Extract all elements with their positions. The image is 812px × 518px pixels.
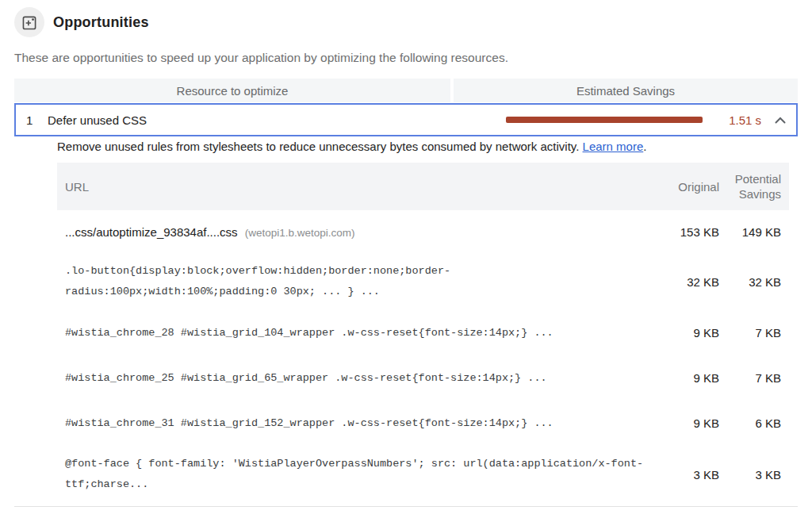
resource-snippet: @font-face { font-family: 'WistiaPlayerO… [57, 454, 656, 495]
table-header-row: Resource to optimize Estimated Savings [14, 79, 798, 102]
column-header-resource: Resource to optimize [14, 79, 450, 102]
resource-host: (wetopi1.b.wetopi.com) [245, 227, 355, 239]
original-size: 9 KB [656, 326, 719, 340]
audit-title: Defer unused CSS [48, 113, 147, 127]
section-title: Opportunities [53, 14, 149, 31]
column-header-savings: Estimated Savings [454, 79, 798, 102]
detail-header-row: URL Original Potential Savings [57, 163, 789, 210]
original-size: 3 KB [656, 468, 719, 482]
savings-value: 1.51 s [712, 113, 761, 127]
savings-bar [506, 117, 703, 123]
opportunities-section: Opportunities These are opportunities to… [0, 0, 812, 507]
resource-snippet: #wistia_chrome_31 #wistia_grid_152_wrapp… [57, 413, 656, 434]
potential-savings: 7 KB [719, 326, 789, 340]
column-header-url: URL [57, 180, 656, 194]
opportunities-table: Resource to optimize Estimated Savings 1… [14, 79, 798, 503]
table-row: .lo-button{display:block;overflow:hidden… [57, 253, 789, 310]
column-header-original: Original [656, 180, 719, 194]
original-size: 9 KB [656, 416, 719, 430]
potential-savings: 32 KB [719, 275, 789, 289]
potential-savings: 149 KB [719, 225, 789, 239]
original-size: 9 KB [656, 371, 719, 385]
table-row: #wistia_chrome_31 #wistia_grid_152_wrapp… [57, 401, 789, 446]
original-size: 32 KB [656, 275, 719, 289]
audit-row-defer-unused-css[interactable]: 1 Defer unused CSS 1.51 s [14, 103, 798, 136]
table-row: #wistia_chrome_25 #wistia_grid_65_wrappe… [57, 355, 789, 401]
section-divider [14, 506, 798, 507]
column-header-potential-savings: Potential Savings [719, 171, 789, 201]
opportunities-icon [14, 7, 44, 37]
table-row: @font-face { font-family: 'WistiaPlayerO… [57, 446, 789, 503]
chevron-up-icon [775, 117, 786, 124]
section-description: These are opportunities to speed up your… [14, 51, 798, 65]
audit-detail: Remove unused rules from stylesheets to … [57, 140, 789, 503]
audit-description-text: Remove unused rules from stylesheets to … [57, 140, 579, 153]
resource-url: ...css/autoptimize_93834af....css [65, 225, 238, 239]
detail-table: URL Original Potential Savings ...css/au… [57, 163, 789, 503]
resource-snippet: #wistia_chrome_28 #wistia_grid_104_wrapp… [57, 323, 656, 343]
potential-savings: 7 KB [719, 371, 789, 385]
potential-savings: 6 KB [719, 416, 789, 430]
original-size: 153 KB [656, 225, 719, 239]
resource-snippet: #wistia_chrome_25 #wistia_grid_65_wrappe… [57, 368, 656, 389]
resource-snippet: .lo-button{display:block;overflow:hidden… [57, 261, 656, 302]
audit-index: 1 [16, 113, 48, 127]
period-text: . [643, 140, 646, 153]
table-row: #wistia_chrome_28 #wistia_grid_104_wrapp… [57, 310, 789, 355]
table-row: ...css/autoptimize_93834af....css (wetop… [57, 210, 789, 253]
potential-savings: 3 KB [719, 468, 789, 482]
audit-description: Remove unused rules from stylesheets to … [57, 140, 789, 153]
section-header: Opportunities [14, 7, 798, 37]
learn-more-link[interactable]: Learn more [583, 140, 644, 153]
